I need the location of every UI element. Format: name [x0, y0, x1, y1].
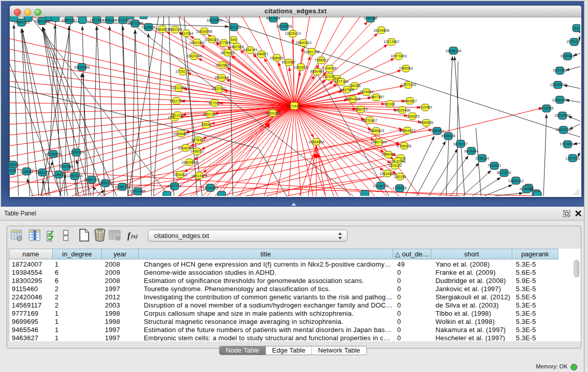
svg-text:1267533: 1267533: [565, 157, 579, 160]
svg-text:16033809: 16033809: [206, 18, 222, 22]
svg-text:22420046: 22420046: [186, 54, 202, 58]
svg-text:8454749: 8454749: [243, 48, 257, 52]
svg-text:1756928: 1756928: [397, 144, 411, 148]
svg-text:10958107: 10958107: [97, 181, 113, 185]
svg-text:62160: 62160: [385, 102, 395, 106]
svg-text:7485063: 7485063: [399, 67, 412, 70]
svg-text:19654923: 19654923: [399, 129, 415, 133]
svg-text:2935114: 2935114: [475, 157, 489, 160]
svg-text:15692991: 15692991: [555, 128, 571, 132]
svg-text:20053346: 20053346: [74, 65, 90, 69]
svg-text:15640910: 15640910: [295, 41, 311, 45]
svg-text:10961758: 10961758: [303, 50, 319, 54]
svg-text:5875685: 5875685: [221, 51, 234, 55]
svg-text:18724007: 18724007: [286, 104, 302, 108]
svg-text:16914479: 16914479: [191, 174, 207, 178]
svg-text:20364436: 20364436: [344, 97, 360, 101]
svg-text:1549575: 1549575: [405, 115, 419, 118]
svg-text:1362615: 1362615: [294, 65, 308, 69]
svg-text:18300295: 18300295: [265, 112, 280, 115]
svg-text:16648784: 16648784: [445, 49, 461, 53]
svg-text:9329966: 9329966: [560, 54, 574, 58]
svg-text:13524851: 13524851: [379, 172, 395, 176]
svg-text:1145194: 1145194: [52, 173, 66, 177]
svg-text:15720407: 15720407: [361, 119, 377, 122]
svg-text:10025438: 10025438: [394, 108, 410, 112]
svg-text:19218506: 19218506: [276, 25, 292, 28]
svg-text:15409948: 15409948: [181, 161, 197, 164]
svg-text:14055712: 14055712: [13, 20, 29, 24]
svg-text:9327508: 9327508: [216, 41, 230, 45]
svg-text:8938928: 8938928: [441, 134, 455, 138]
svg-text:8427552: 8427552: [212, 87, 226, 91]
svg-text:1615132: 1615132: [388, 164, 402, 167]
svg-text:12923446: 12923446: [129, 189, 145, 193]
svg-text:20691406: 20691406: [34, 19, 50, 23]
svg-text:2942737: 2942737: [35, 171, 49, 174]
svg-text:12444158: 12444158: [552, 98, 568, 102]
svg-text:8813054: 8813054: [266, 16, 280, 20]
svg-text:39159: 39159: [9, 169, 16, 172]
svg-text:2803144: 2803144: [214, 76, 228, 79]
svg-text:1733426: 1733426: [393, 186, 406, 190]
svg-text:9242848: 9242848: [215, 63, 229, 67]
svg-text:20206576: 20206576: [45, 152, 61, 156]
svg-text:546: 546: [230, 38, 236, 41]
svg-text:2718176: 2718176: [176, 70, 189, 73]
svg-text:9474444: 9474444: [464, 149, 478, 153]
svg-text:835061: 835061: [9, 163, 19, 166]
svg-text:16543382: 16543382: [189, 41, 205, 45]
svg-text:18807249: 18807249: [371, 140, 386, 144]
svg-text:1640954: 1640954: [430, 129, 444, 133]
svg-text:7663822: 7663822: [155, 28, 169, 31]
svg-text:f: f: [127, 231, 131, 240]
svg-text:3267130: 3267130: [203, 113, 216, 116]
svg-text:417006: 417006: [208, 101, 220, 105]
svg-text:9777169: 9777169: [334, 80, 348, 83]
svg-text:6879197: 6879197: [453, 142, 467, 146]
svg-text:3878334: 3878334: [191, 138, 205, 142]
svg-text:(x): (x): [131, 233, 138, 239]
svg-text:7515526: 7515526: [141, 26, 155, 29]
svg-text:8990448: 8990448: [310, 70, 324, 73]
svg-text:9457771: 9457771: [167, 184, 181, 188]
svg-text:10653287: 10653287: [61, 18, 77, 22]
svg-text:3824554: 3824554: [359, 90, 373, 94]
svg-text:1588520: 1588520: [270, 56, 284, 60]
svg-text:1115682: 1115682: [20, 170, 33, 173]
svg-text:17016504: 17016504: [559, 142, 575, 146]
svg-text:6497568: 6497568: [340, 88, 354, 92]
svg-text:10654112: 10654112: [508, 179, 524, 183]
svg-text:12093872: 12093872: [550, 83, 565, 86]
svg-text:17359924: 17359924: [68, 150, 84, 154]
svg-text:12905135: 12905135: [67, 174, 82, 178]
svg-text:13716485: 13716485: [202, 186, 218, 190]
svg-text:12213967: 12213967: [383, 40, 399, 43]
svg-text:9245652: 9245652: [519, 187, 533, 191]
svg-text:1498222: 1498222: [190, 149, 204, 153]
svg-text:9115460: 9115460: [419, 105, 432, 109]
svg-text:9997586: 9997586: [59, 165, 73, 168]
svg-text:1527602: 1527602: [90, 18, 103, 22]
svg-text:9699695: 9699695: [419, 121, 433, 124]
svg-text:12213389: 12213389: [170, 86, 186, 90]
svg-text:10973493: 10973493: [390, 54, 406, 58]
svg-text:10688603: 10688603: [368, 129, 384, 133]
svg-text:8471676: 8471676: [497, 171, 511, 174]
svg-text:7955812: 7955812: [314, 58, 328, 62]
svg-text:10807487: 10807487: [368, 95, 384, 99]
svg-text:1213149: 1213149: [170, 114, 184, 117]
svg-text:7986372: 7986372: [354, 107, 367, 111]
svg-text:15751074: 15751074: [566, 40, 580, 43]
svg-text:8215955: 8215955: [539, 106, 553, 110]
svg-text:6794028: 6794028: [322, 67, 336, 70]
svg-text:16671355: 16671355: [127, 21, 143, 25]
svg-text:16782759: 16782759: [114, 185, 130, 189]
svg-text:2087682: 2087682: [363, 16, 377, 20]
svg-text:1112: 1112: [573, 27, 580, 30]
svg-text:3084067: 3084067: [381, 152, 395, 156]
svg-text:53594: 53594: [201, 123, 211, 126]
svg-text:9463627: 9463627: [403, 99, 417, 103]
svg-text:5186328: 5186328: [205, 38, 219, 41]
svg-text:252254: 252254: [394, 175, 406, 179]
